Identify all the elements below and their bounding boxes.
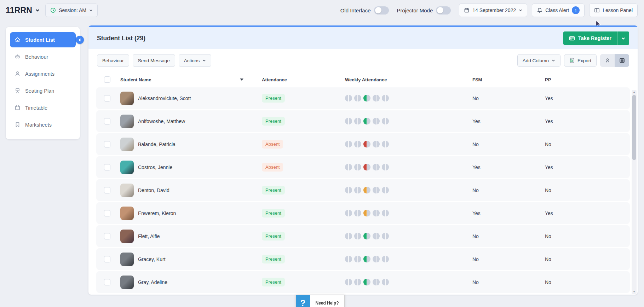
add-column-button[interactable]: Add Column [517,54,560,67]
class-selector[interactable]: 11RRN [6,6,40,15]
attendance-dot [382,118,389,124]
pp-value: Yes [545,164,630,170]
row-checkbox[interactable] [104,279,110,285]
column-header-fsm[interactable]: FSM [472,77,545,82]
sort-desc-icon[interactable] [240,79,243,81]
sidebar-item-timetable[interactable]: Timetable [10,100,76,115]
attendance-badge: Present [262,186,285,195]
projector-mode-toggle[interactable] [436,6,451,15]
student-avatar [120,92,134,105]
scroll-down-arrow[interactable]: ▼ [633,290,636,294]
take-register-split-button: Take Register [563,31,629,45]
table-row[interactable]: Costros, Jennie Absent Yes Yes [96,156,630,178]
scroll-up-arrow[interactable]: ▲ [633,90,636,94]
scrollbar-thumb[interactable] [632,95,636,160]
list-view-button[interactable] [615,54,629,67]
attendance-dot [363,187,370,193]
table-row[interactable]: Balande, Patricia Absent No No [96,133,630,155]
send-message-button[interactable]: Send Message [133,54,175,67]
attendance-dot [345,279,352,285]
student-name: Gray, Adeline [138,279,167,285]
class-alert-count-badge: 1 [572,6,580,14]
export-button[interactable]: Export [564,54,597,67]
student-avatar [120,184,134,197]
attendance-dot [354,256,361,262]
actions-button[interactable]: Actions [179,54,211,67]
sidebar-item-marksheets[interactable]: Marksheets [10,117,76,132]
chevron-down-icon [89,8,93,12]
sidebar-item-label: Seating Plan [25,88,54,94]
column-header-weekly-attendance[interactable]: Weekly Attendance [345,77,472,82]
behaviour-button[interactable]: Behaviour [97,54,129,67]
pp-value: No [545,141,630,147]
row-checkbox[interactable] [104,256,110,262]
chevron-down-icon [35,8,40,12]
sidebar-item-label: Assignments [25,71,54,77]
take-register-label: Take Register [578,35,611,41]
need-help-label: Need Help? [310,295,345,307]
vertical-scrollbar[interactable]: ▲ ▼ [632,90,637,294]
question-mark-icon: ? [296,295,310,307]
student-avatar [120,276,134,289]
attendance-dot [373,95,380,102]
sidebar-item-behaviour[interactable]: Behaviour [10,49,76,64]
person-icon [605,58,610,63]
take-register-button[interactable]: Take Register [563,31,617,45]
row-checkbox[interactable] [104,187,110,193]
old-interface-toggle[interactable] [374,6,389,15]
weekly-attendance-dots [345,256,472,262]
attendance-dot [345,95,352,102]
attendance-dot [382,279,389,285]
row-checkbox[interactable] [104,118,110,124]
sidebar-item-seating-plan[interactable]: Seating Plan [10,83,76,98]
need-help-widget[interactable]: ? Need Help? [296,295,345,307]
fsm-value: Yes [472,210,545,216]
sidebar-collapse-button[interactable] [76,36,84,44]
attendance-dot [363,95,370,102]
pp-value: No [545,256,630,262]
row-checkbox[interactable] [104,95,110,102]
attendance-dot [382,141,389,147]
row-checkbox[interactable] [104,210,110,216]
sidebar-item-assignments[interactable]: Assignments [10,66,76,81]
sidebar-item-label: Student List [25,37,55,43]
attendance-dot [345,141,352,147]
table-row[interactable]: Aleksandroviciute, Scott Present No Yes [96,87,630,109]
select-all-checkbox[interactable] [104,76,110,83]
page-title: Student List (29) [97,35,145,42]
attendance-badge: Absent [262,163,283,172]
class-alert-button[interactable]: Class Alert 1 [532,4,585,17]
lesson-panel-button[interactable]: Lesson Panel [589,4,638,17]
excel-file-icon [569,58,575,63]
table-row[interactable]: Anifowoshe, Matthew Present Yes Yes [96,110,630,132]
attendance-badge: Present [262,117,285,126]
register-card-icon [569,35,575,41]
attendance-dot [363,164,370,170]
session-selector[interactable]: Session: AM [45,4,98,17]
column-header-attendance[interactable]: Attendance [262,77,345,82]
row-checkbox[interactable] [104,233,110,239]
table-row[interactable]: Flett, Alfie Present No No [96,225,630,247]
table-row[interactable]: Enwerem, Kieron Present Yes Yes [96,202,630,224]
row-checkbox[interactable] [104,141,110,147]
take-register-dropdown-button[interactable] [617,31,629,45]
sidebar-item-student-list[interactable]: Student List [10,32,76,47]
attendance-dot [382,95,389,102]
date-picker-button[interactable]: 14 September 2022 [459,4,527,17]
projector-mode-label: Projector Mode [397,7,433,13]
column-header-pp[interactable]: PP [545,77,630,82]
table-row[interactable]: Gracey, Kurt Present No No [96,248,630,270]
table-row[interactable]: Gray, Adeline Present No No [96,271,630,293]
student-avatar [120,138,134,151]
attendance-dot [363,279,370,285]
view-mode-toggle [600,54,629,67]
student-avatar [120,253,134,266]
row-checkbox[interactable] [104,164,110,170]
fsm-value: No [472,279,545,285]
panel-header: Student List (29) Take Register [88,27,638,49]
weekly-attendance-dots [345,233,472,239]
column-header-student-name[interactable]: Student Name [120,77,151,82]
table-row[interactable]: Denton, David Present No No [96,179,630,201]
attendance-dot [363,210,370,216]
card-view-button[interactable] [600,54,615,67]
